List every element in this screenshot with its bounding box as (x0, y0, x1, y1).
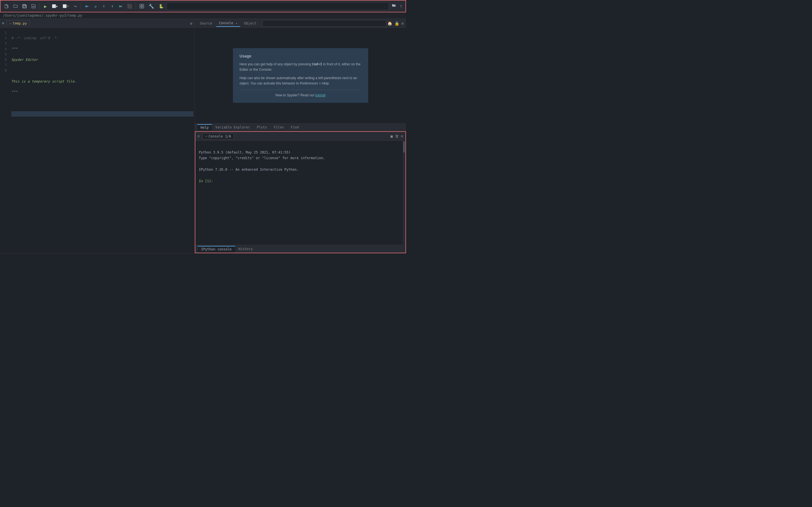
tab-help[interactable]: Help (197, 124, 212, 130)
breadcrumb: /Users/juanitagomez/.spyder-py3/temp.py (0, 12, 406, 19)
code-line-8 (11, 111, 193, 117)
help-lock-icon[interactable]: 🔒 (395, 21, 399, 25)
console-clear-icon[interactable]: 🗑 (395, 134, 399, 138)
code-line-3: Spyder Editor (11, 57, 193, 62)
new-to-spyder-text: New to Spyder? Read our tutorial (240, 93, 361, 97)
continue-icon[interactable]: ⏭ (117, 3, 124, 9)
run-cell-advance-icon[interactable]: ⬜⬇ (61, 3, 70, 9)
open-file-icon[interactable] (12, 3, 19, 10)
console-line-1: Python 3.9.5 (default, May 25 2021, 07:4… (199, 151, 290, 154)
code-line-4 (11, 68, 193, 73)
tab-object[interactable]: Object (241, 20, 259, 26)
tab-plots[interactable]: Plots (253, 124, 270, 130)
line-num: 7 (2, 62, 7, 68)
preferences-icon[interactable]: 🔧 (147, 3, 156, 10)
help-menu-icon[interactable]: ≡ (402, 21, 404, 25)
svg-rect-3 (142, 6, 144, 8)
editor-minimize-btn[interactable]: ⊟ (2, 21, 4, 25)
console-dropdown-icon[interactable]: ▾ (236, 22, 237, 25)
run-icon[interactable]: ▶ (42, 3, 49, 10)
editor-tab-bar: ⊟ ✕ temp.py ≡ (0, 19, 195, 28)
help-actions: 🏠 🔒 ≡ (388, 21, 404, 25)
python-icon[interactable]: 🐍 (157, 3, 165, 10)
console-line-2: Type "copyright", "credits" or "license"… (199, 156, 325, 160)
debug-icon[interactable]: ⏭ (84, 3, 90, 9)
line-num: 3 (2, 41, 7, 46)
tab-variable-explorer[interactable]: Variable Explorer (212, 124, 253, 130)
console-panel: ⊟ ✕ Console 1/A ■ 🗑 ≡ Python 3.9.5 (defa… (195, 131, 406, 253)
go-to-dir-button[interactable]: ↑ (399, 3, 403, 10)
usage-title: Usage (240, 54, 361, 58)
help-panel: Source Console ▾ Object 🏠 🔒 ≡ Usage (195, 19, 406, 131)
tab-files[interactable]: Files (270, 124, 287, 130)
separator-3 (136, 3, 136, 9)
stop-icon[interactable]: ⬛ (126, 3, 133, 10)
console-tab-close-icon[interactable]: ✕ (206, 135, 207, 138)
code-line-5: This is a temporary script file. (11, 79, 193, 84)
console-scroll-thumb[interactable] (403, 142, 405, 153)
layout-icon[interactable] (138, 3, 146, 10)
line-num: 2 (2, 36, 7, 41)
line-numbers: 1 2 3 4 5 6 7 8 (0, 28, 10, 253)
help-bottom-tabs: Help Variable Explorer Plots Files Find (195, 123, 406, 131)
console-actions: ■ 🗑 ≡ (391, 134, 403, 138)
tab-ipython-console[interactable]: IPython console (198, 246, 235, 252)
tab-console[interactable]: Console ▾ (216, 20, 240, 27)
console-menu-icon[interactable]: ≡ (401, 134, 403, 138)
help-home-icon[interactable]: 🏠 (388, 21, 392, 25)
usage-paragraph-1: Here you can get help of any object by p… (240, 62, 361, 72)
code-line-2: """ (11, 47, 193, 52)
tab-bar-left: ⊟ ✕ temp.py (2, 20, 189, 26)
code-line-1: # -*- coding: utf-8 -*- (11, 36, 193, 41)
run-cell-icon[interactable]: ⬜▶ (50, 3, 59, 9)
svg-rect-0 (140, 4, 142, 6)
line-num: 6 (2, 57, 7, 62)
line-num: 1 (2, 30, 7, 36)
tutorial-link[interactable]: tutorial (315, 93, 325, 97)
tab-source[interactable]: Source (197, 20, 215, 26)
browse-dir-button[interactable] (391, 3, 397, 10)
step-out-icon[interactable]: ⬆ (109, 3, 116, 10)
console-interrupt-icon[interactable]: ■ (391, 134, 393, 138)
console-tab-bar: ⊟ ✕ Console 1/A ■ 🗑 ≡ (195, 132, 405, 141)
working-dir-input[interactable]: /Users/juanitagomez (167, 2, 389, 10)
console-output[interactable]: Python 3.9.5 (default, May 25 2021, 07:4… (195, 141, 403, 245)
svg-rect-2 (140, 6, 142, 8)
help-search-input[interactable] (262, 20, 386, 27)
code-editor: 1 2 3 4 5 6 7 8 # -*- coding: utf-8 -*- … (0, 28, 195, 253)
line-num: 4 (2, 47, 7, 52)
main-area: ⊟ ✕ temp.py ≡ 1 2 3 4 5 6 7 8 # -*- codi… (0, 19, 406, 253)
console-line-3: IPython 7.26.0 -- An enhanced Interactiv… (199, 168, 299, 172)
new-file-icon[interactable] (3, 3, 10, 10)
step-icon[interactable]: ↺ (92, 3, 99, 10)
console-tab-1[interactable]: ✕ Console 1/A (202, 133, 234, 139)
tab-close-icon[interactable]: ✕ (10, 22, 11, 25)
svg-rect-1 (142, 4, 144, 6)
help-tab-bar: Source Console ▾ Object 🏠 🔒 ≡ (195, 19, 406, 28)
step-into-icon[interactable]: ⬇ (100, 3, 107, 10)
usage-paragraph-2: Help can also be shown automatically aft… (240, 75, 361, 86)
console-bottom-tabs: IPython console History (195, 245, 405, 252)
console-prompt: In [1]: (199, 179, 213, 183)
help-content: Usage Here you can get help of any objec… (195, 28, 406, 123)
tab-label: temp.py (13, 21, 27, 25)
console-scrollbar[interactable] (403, 141, 405, 245)
tab-history[interactable]: History (235, 246, 256, 252)
editor-tab-menu-icon[interactable]: ≡ (190, 21, 192, 25)
toolbar: ▶ ⬜▶ ⬜⬇ ↪ ⏭ ↺ ⬇ ⬆ ⏭ ⬛ 🔧 🐍 /Users/juanita… (0, 0, 406, 12)
save-all-icon[interactable] (30, 3, 37, 10)
line-num: 8 (2, 68, 7, 73)
save-icon[interactable] (21, 3, 28, 10)
console-tab-label: Console 1/A (209, 134, 231, 138)
usage-divider (240, 90, 361, 90)
separator-2 (81, 3, 81, 9)
code-line-6: """ (11, 90, 193, 95)
run-selection-icon[interactable]: ↪ (72, 3, 79, 10)
right-panel: Source Console ▾ Object 🏠 🔒 ≡ Usage (195, 19, 406, 253)
console-minimize-btn[interactable]: ⊟ (198, 134, 200, 138)
status-bar: LSP Python: ready ⚙ internal (Python 3.9… (0, 253, 406, 253)
code-content[interactable]: # -*- coding: utf-8 -*- """ Spyder Edito… (10, 28, 195, 253)
tab-find[interactable]: Find (287, 124, 302, 130)
tab-temp-py[interactable]: ✕ temp.py (6, 20, 30, 26)
line-num: 5 (2, 52, 7, 57)
